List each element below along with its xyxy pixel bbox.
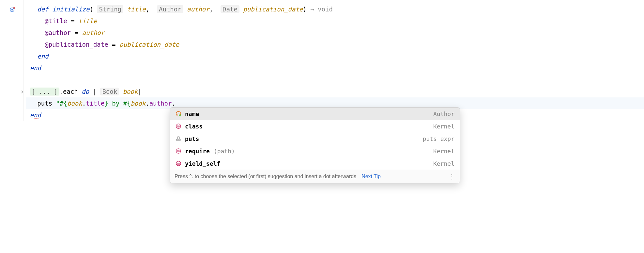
override-icon[interactable] — [9, 5, 16, 16]
method-icon: m — [175, 123, 182, 129]
code-line[interactable]: @title = title — [26, 15, 644, 27]
completion-label: name — [185, 110, 199, 117]
fold-placeholder[interactable]: [ ... ] — [30, 88, 59, 95]
def-keyword: def — [37, 6, 48, 13]
do-keyword: do — [82, 88, 89, 95]
type-hint: Author — [157, 5, 183, 13]
ivar-author: @author — [45, 29, 71, 36]
completion-item[interactable]: m class Kernel — [170, 120, 460, 132]
code-line[interactable]: › [ ... ].each do | Book book| — [26, 86, 644, 97]
method-name: initialize — [52, 6, 89, 13]
method-icon: m — [175, 160, 182, 167]
svg-text:m: m — [177, 149, 180, 153]
completion-popup[interactable]: a name Author m class Kernel puts puts e… — [170, 107, 460, 183]
completion-label: class — [185, 123, 203, 130]
completion-label: require — [185, 148, 210, 155]
template-icon — [175, 135, 182, 142]
param-title: title — [127, 6, 146, 13]
svg-rect-7 — [176, 139, 180, 141]
completion-type: Kernel — [433, 148, 454, 155]
completion-item[interactable]: m yield_self Kernel — [170, 157, 460, 170]
end-keyword: end — [30, 111, 41, 119]
svg-text:m: m — [177, 162, 180, 165]
end-keyword: end — [37, 53, 48, 60]
end-keyword: end — [30, 64, 41, 72]
type-hint: String — [97, 5, 123, 13]
more-icon[interactable]: ⋮ — [449, 173, 455, 180]
completion-type: puts expr — [422, 135, 454, 142]
return-hint: → void — [310, 6, 333, 13]
completion-item[interactable]: puts puts expr — [170, 132, 460, 145]
blank-line[interactable] — [26, 74, 644, 86]
type-hint: Book — [100, 88, 119, 95]
code-line[interactable]: end — [26, 62, 644, 74]
completion-type: Kernel — [433, 160, 454, 167]
puts-call: puts — [37, 100, 52, 107]
code-line[interactable]: @author = author — [26, 27, 644, 39]
completion-label: yield_self — [185, 160, 220, 167]
completion-label: puts — [185, 135, 199, 142]
completion-params: (path) — [214, 148, 235, 155]
completion-type: Author — [433, 110, 454, 117]
param-author: author — [187, 6, 209, 13]
ivar-title: @title — [45, 17, 67, 25]
local-author: author — [82, 29, 105, 36]
type-hint: Date — [221, 5, 239, 13]
completion-item[interactable]: a name Author — [170, 108, 460, 120]
code-line[interactable]: @publication_date = publication_date — [26, 39, 644, 50]
local-title: title — [78, 17, 97, 25]
completion-type: Kernel — [433, 123, 454, 130]
svg-point-4 — [179, 114, 181, 116]
completion-item[interactable]: m require (path) Kernel — [170, 145, 460, 157]
svg-text:m: m — [177, 125, 180, 128]
svg-rect-8 — [177, 137, 179, 139]
next-tip-link[interactable]: Next Tip — [361, 174, 381, 179]
code-line[interactable]: def initialize( String title, Author aut… — [26, 3, 644, 15]
footer-tip: Press ^. to choose the selected (or firs… — [175, 174, 356, 179]
param-pub: publication_date — [243, 6, 303, 13]
local-pub: publication_date — [119, 41, 179, 48]
completion-footer: Press ^. to choose the selected (or firs… — [170, 170, 460, 183]
gutter — [0, 0, 23, 121]
code-editor[interactable]: def initialize( String title, Author aut… — [0, 0, 644, 121]
svg-point-1 — [11, 9, 13, 10]
field-icon: a — [175, 110, 182, 117]
method-icon: m — [175, 148, 182, 154]
ivar-pub: @publication_date — [45, 41, 108, 48]
block-var: book — [123, 88, 138, 95]
fold-expand-icon[interactable]: › — [20, 86, 24, 97]
code-line[interactable]: end — [26, 50, 644, 62]
